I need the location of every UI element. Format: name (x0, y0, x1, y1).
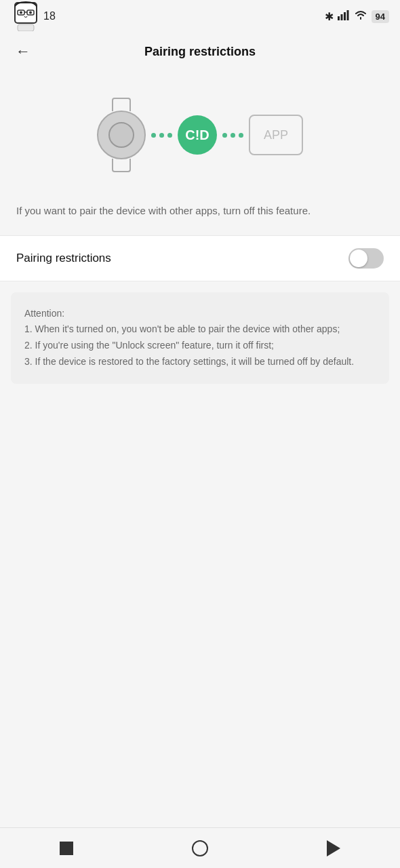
page-title: Pairing restrictions (144, 45, 256, 59)
pairing-toggle[interactable] (348, 248, 384, 269)
bottom-nav (0, 827, 400, 868)
svg-point-4 (20, 12, 22, 14)
attention-item-3: 3. If the device is restored to the fact… (24, 356, 354, 367)
dots-right (217, 133, 249, 138)
app-box: APP (249, 115, 303, 155)
dot-3 (167, 133, 172, 138)
header: ← Pairing restrictions (0, 33, 400, 71)
nav-back-button[interactable] (317, 835, 351, 862)
svg-rect-0 (15, 3, 37, 23)
info-text: If you want to pair the device with othe… (0, 193, 400, 235)
dot-1 (151, 133, 156, 138)
svg-rect-8 (340, 14, 342, 20)
watch-strap-top (112, 98, 131, 111)
attention-item-2: 2. If you're using the "Unlock screen" f… (24, 340, 274, 351)
wifi-icon (354, 9, 367, 23)
bluetooth-icon: ✱ (325, 10, 334, 23)
nav-triangle-icon (327, 840, 340, 856)
pairing-restrictions-label: Pairing restrictions (16, 252, 111, 265)
battery-icon: 94 (372, 10, 389, 23)
svg-rect-7 (338, 16, 340, 20)
illustration-group: C!D APP (97, 98, 303, 172)
dot-6 (239, 133, 243, 138)
nav-circle-icon (192, 840, 208, 856)
nav-square-button[interactable] (49, 835, 83, 862)
svg-point-5 (29, 12, 32, 14)
attention-box: Attention: 1. When it's turned on, you w… (11, 292, 389, 384)
status-bar-left: 18 (11, 1, 56, 31)
connection-icon: C!D (178, 115, 217, 155)
dot-4 (222, 133, 227, 138)
back-arrow-icon: ← (16, 43, 31, 60)
svg-rect-6 (18, 24, 34, 31)
nav-square-icon (60, 842, 73, 855)
watch-strap-bottom (112, 159, 131, 172)
toggle-knob (350, 250, 367, 267)
status-bar: 18 ✱ 94 (0, 0, 400, 33)
watch-icon (97, 98, 146, 172)
dot-2 (159, 133, 164, 138)
attention-item-1: 1. When it's turned on, you won't be abl… (24, 323, 340, 334)
app-label: APP (264, 128, 288, 142)
pairing-illustration: C!D APP (0, 71, 400, 193)
watch-body (97, 111, 146, 159)
pairing-restrictions-row: Pairing restrictions (0, 235, 400, 281)
svg-point-11 (109, 123, 134, 147)
status-bar-right: ✱ 94 (325, 9, 389, 23)
svg-rect-9 (344, 12, 346, 20)
back-button[interactable]: ← (11, 39, 35, 64)
nav-home-button[interactable] (183, 835, 217, 862)
signal-icon (338, 9, 350, 23)
attention-title: Attention: 1. When it's turned on, you w… (24, 306, 376, 370)
svg-rect-10 (346, 10, 348, 20)
status-time: 18 (43, 10, 56, 22)
dot-5 (231, 133, 235, 138)
avatar-icon (11, 1, 41, 31)
dots-left (146, 133, 178, 138)
